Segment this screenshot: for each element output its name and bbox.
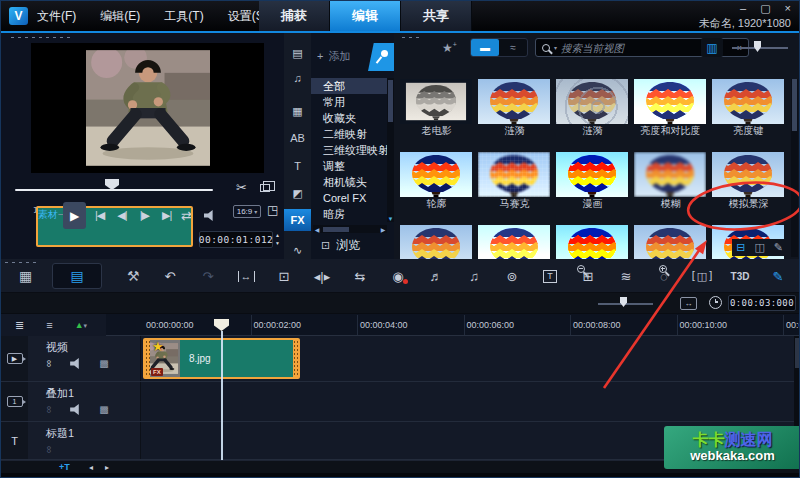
filter-thumbnail[interactable] <box>712 79 784 124</box>
title-icon[interactable]: T <box>284 155 311 177</box>
go-end-icon[interactable]: ▶| <box>162 209 171 222</box>
filter-partial-1[interactable] <box>400 225 473 259</box>
dual-view-icon[interactable]: ◫ <box>754 241 764 254</box>
tab-share[interactable]: 共享 <box>401 1 472 31</box>
minimize-icon[interactable]: – <box>740 2 746 15</box>
trim-markers-icon[interactable]: ↔ <box>227 259 265 293</box>
menu-edit[interactable]: 编辑(E) <box>100 8 140 25</box>
volume-icon[interactable] <box>204 210 216 221</box>
zoom-out-icon[interactable] <box>577 265 585 273</box>
timecode-spinner[interactable]: ▲▼ <box>275 231 280 247</box>
subtitle-editor-icon[interactable]: T <box>531 259 569 293</box>
show-video-toggle[interactable]: ▬ <box>471 39 499 56</box>
audio-icon[interactable]: ♫ <box>284 67 311 89</box>
tools-icon[interactable]: ⚒ <box>127 259 140 293</box>
filter-comic[interactable]: 漫画 <box>556 152 629 210</box>
maximize-icon[interactable]: ▢ <box>760 2 770 15</box>
filter-thumbnail[interactable] <box>478 152 550 197</box>
close-icon[interactable]: × <box>785 2 791 15</box>
instant-project-icon[interactable]: ▦ <box>284 100 311 122</box>
loop-icon[interactable]: ⇄ <box>181 208 192 223</box>
filter-simulated-dof[interactable]: 模拟景深 <box>712 152 785 210</box>
filter-ripple-1[interactable]: 涟漪 <box>478 79 551 137</box>
category-darkroom[interactable]: 暗房 <box>311 206 387 222</box>
track-type-icon[interactable]: T <box>7 435 23 446</box>
search-options-caret[interactable]: ▾ <box>554 44 557 51</box>
duration-clock-icon[interactable] <box>709 296 722 309</box>
stack-clips-icon[interactable]: ⊚ <box>493 259 531 293</box>
sound-mixer-icon[interactable]: ♬ <box>417 259 455 293</box>
category-all[interactable]: 全部 <box>311 78 387 94</box>
category-favorites[interactable]: 收藏夹 <box>311 110 387 126</box>
filter-blur[interactable]: 模糊 <box>634 152 707 210</box>
track-sound-icon[interactable] <box>70 404 82 415</box>
filter-outline[interactable]: 轮廓 <box>400 152 473 210</box>
track-header[interactable]: 视频 ∞ ▩ <box>28 336 141 381</box>
track-transparency-icon[interactable]: ▩ <box>99 358 108 369</box>
next-frame-icon[interactable]: |▶ <box>140 209 149 222</box>
filter-ripple-2[interactable]: 涟漪 <box>556 79 629 137</box>
link-icon[interactable]: ∞ <box>44 360 55 367</box>
graphic-icon[interactable]: ◩ <box>284 182 311 204</box>
aspect-ratio-button[interactable]: 16:9▾ <box>233 205 261 218</box>
multicam-editor-icon[interactable]: ◫ <box>683 259 721 293</box>
duration-timecode[interactable]: 0:00:03:000 <box>728 295 796 311</box>
link-icon[interactable]: ∞ <box>44 446 55 453</box>
library-panel-view-icon[interactable]: ⊟ <box>736 241 745 254</box>
playhead-line[interactable] <box>221 331 223 460</box>
scrub-bar[interactable] <box>15 189 213 191</box>
filter-thumbnail[interactable] <box>634 225 706 259</box>
painting-creator-icon[interactable]: ✎ <box>759 259 797 293</box>
gallery-scrollbar[interactable] <box>791 79 798 257</box>
filter-thumbnail[interactable] <box>400 225 472 259</box>
ripple-insert-icon[interactable]: ▲▾ <box>75 320 87 330</box>
motion-path-icon[interactable]: ∿ <box>284 239 311 261</box>
undo-icon[interactable]: ↶ <box>151 259 189 293</box>
zoom-in-icon[interactable] <box>659 265 667 273</box>
filter-thumbnail[interactable] <box>400 152 472 197</box>
filter-brightness-contrast[interactable]: 亮度和对比度 <box>634 79 707 137</box>
category-3d-texture[interactable]: 三维纹理映射 <box>311 142 387 158</box>
motion-tracking-icon[interactable]: ≋ <box>607 259 645 293</box>
enlarge-preview-icon[interactable]: ◳ <box>267 204 278 216</box>
split-screen-template-icon[interactable]: ⊞ <box>569 259 607 293</box>
filter-thumbnail[interactable] <box>556 152 628 197</box>
tab-edit[interactable]: 编辑 <box>330 1 401 31</box>
filter-thumbnail[interactable] <box>478 79 550 124</box>
category-scrollbar[interactable]: ▼ <box>387 78 394 222</box>
panel-drag-handle[interactable] <box>9 36 71 39</box>
show-audio-toggle[interactable]: ≈ <box>499 39 527 56</box>
play-button[interactable]: ▶ <box>63 202 86 229</box>
filter-partial-3[interactable] <box>556 225 629 259</box>
track-header[interactable]: 标题1 ∞ ▩ <box>28 422 141 459</box>
category-2d-mapping[interactable]: 二维映射 <box>311 126 387 142</box>
filter-partial-4[interactable] <box>634 225 707 259</box>
category-adjust[interactable]: 调整 <box>311 158 387 174</box>
transition-icon[interactable]: AB <box>284 127 311 149</box>
filter-partial-2[interactable] <box>478 225 551 259</box>
pin-icon[interactable] <box>368 43 394 71</box>
split-scissors-icon[interactable]: ✂ <box>236 181 247 194</box>
scroll-left-icon[interactable]: ◂ <box>89 463 93 472</box>
timeline-ruler[interactable]: 00:00:00:0000:00:02:0000:00:04:0000:00:0… <box>106 314 800 336</box>
3d-title-editor-icon[interactable]: T3D <box>721 259 759 293</box>
media-icon[interactable]: ▤ <box>284 42 311 64</box>
record-capture-icon[interactable]: ◉ <box>379 259 417 293</box>
options-edit-icon[interactable]: ✎ <box>774 241 783 254</box>
project-region-icon[interactable]: ⊡ <box>265 259 303 293</box>
gallery-view-toggle[interactable]: ▥ <box>701 38 723 57</box>
go-start-icon[interactable]: |◀ <box>95 209 104 222</box>
menu-file[interactable]: 文件(F) <box>37 8 76 25</box>
split-clip-icon[interactable]: ◂|▸ <box>303 259 341 293</box>
snapshot-icon[interactable] <box>260 184 270 192</box>
add-to-favorites-icon[interactable]: ★+ <box>442 41 457 55</box>
storyboard-view-icon[interactable]: ▦ <box>19 259 32 293</box>
panel-drag-handle[interactable] <box>400 36 420 39</box>
clip-right-handle[interactable] <box>293 340 298 377</box>
filter-thumbnail[interactable] <box>400 79 472 124</box>
track-header[interactable]: 叠加1 ∞ ▩ <box>28 382 141 421</box>
filter-old-film[interactable]: 老电影 <box>400 79 473 137</box>
track-transparency-icon[interactable]: ▩ <box>99 404 108 415</box>
track-content[interactable] <box>141 382 794 421</box>
track-manager-icon[interactable]: ≣ <box>15 319 24 332</box>
